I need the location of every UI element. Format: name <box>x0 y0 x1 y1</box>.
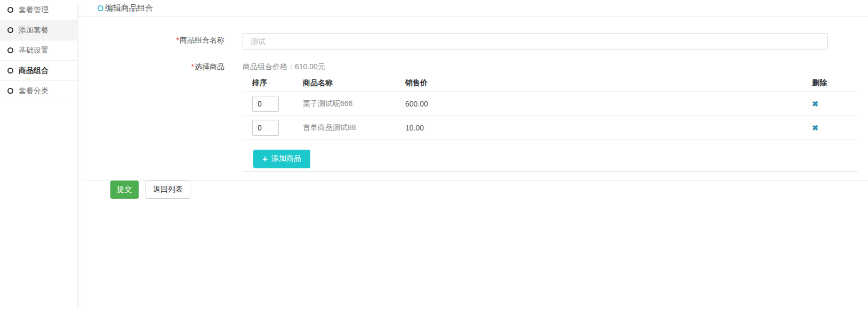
back-to-list-button[interactable]: 返回列表 <box>146 181 190 199</box>
delete-row-button[interactable]: ✖ <box>812 124 818 132</box>
goods-price: 10.00 <box>405 116 812 140</box>
add-goods-row: + 添加商品 <box>243 140 858 171</box>
sidebar-item-label: 商品组合 <box>19 66 49 76</box>
add-goods-button[interactable]: + 添加商品 <box>253 150 310 168</box>
radio-circle-icon <box>7 27 13 33</box>
radio-circle-icon <box>7 7 13 13</box>
sidebar-item-add-package[interactable]: 添加套餐 <box>0 20 77 40</box>
page-title: 编辑商品组合 <box>105 3 153 13</box>
price-label: 商品组合价格： <box>243 62 295 71</box>
select-goods-label: *选择商品 <box>80 62 224 72</box>
goods-price: 600.00 <box>405 92 812 116</box>
radio-circle-icon <box>7 68 13 74</box>
sidebar-item-label: 基础设置 <box>19 46 49 55</box>
goods-name: 首单商品测试88 <box>303 116 405 140</box>
main-content: 编辑商品组合 *商品组合名称 *选择商品 商品组合价格：610.00元 排序 商… <box>77 0 868 310</box>
x-icon: ✖ <box>812 124 818 132</box>
add-goods-label: 添加商品 <box>271 154 301 164</box>
col-header-name: 商品名称 <box>303 75 405 92</box>
col-header-price: 销售价 <box>405 75 812 92</box>
radio-circle-icon <box>7 88 13 94</box>
plus-icon: + <box>262 154 268 164</box>
col-header-sort: 排序 <box>243 75 303 92</box>
sidebar: 套餐管理 添加套餐 基础设置 商品组合 套餐分类 <box>0 0 77 310</box>
sidebar-item-product-combination[interactable]: 商品组合 <box>0 61 77 81</box>
sidebar-item-package-management[interactable]: 套餐管理 <box>0 0 77 20</box>
footer-divider <box>83 180 868 181</box>
combination-name-label: *商品组合名称 <box>80 36 224 45</box>
required-asterisk: * <box>191 62 194 71</box>
submit-button[interactable]: 提交 <box>110 181 139 199</box>
price-value: 610.00元 <box>295 62 325 71</box>
circle-icon <box>98 5 103 11</box>
sidebar-item-package-category[interactable]: 套餐分类 <box>0 81 77 101</box>
sort-input[interactable] <box>252 120 279 136</box>
col-header-delete: 删除 <box>812 75 858 92</box>
table-row: 首单商品测试88 10.00 ✖ <box>243 116 858 140</box>
required-asterisk: * <box>176 36 179 44</box>
sidebar-item-label: 套餐管理 <box>19 5 49 15</box>
combination-price-summary: 商品组合价格：610.00元 <box>243 62 325 72</box>
goods-name: 栗子测试呢666 <box>303 92 405 116</box>
goods-table: 排序 商品名称 销售价 删除 栗子测试呢666 600.00 ✖ <box>243 75 858 172</box>
sort-input[interactable] <box>252 96 279 112</box>
sidebar-item-label: 套餐分类 <box>19 86 49 96</box>
table-header-row: 排序 商品名称 销售价 删除 <box>243 75 858 92</box>
delete-row-button[interactable]: ✖ <box>812 100 818 108</box>
combination-name-input[interactable] <box>243 33 828 50</box>
table-row: 栗子测试呢666 600.00 ✖ <box>243 92 858 116</box>
sidebar-item-label: 添加套餐 <box>19 26 49 35</box>
page-header: 编辑商品组合 <box>77 0 868 17</box>
x-icon: ✖ <box>812 100 818 108</box>
sidebar-item-basic-settings[interactable]: 基础设置 <box>0 40 77 61</box>
radio-circle-icon <box>7 47 13 53</box>
